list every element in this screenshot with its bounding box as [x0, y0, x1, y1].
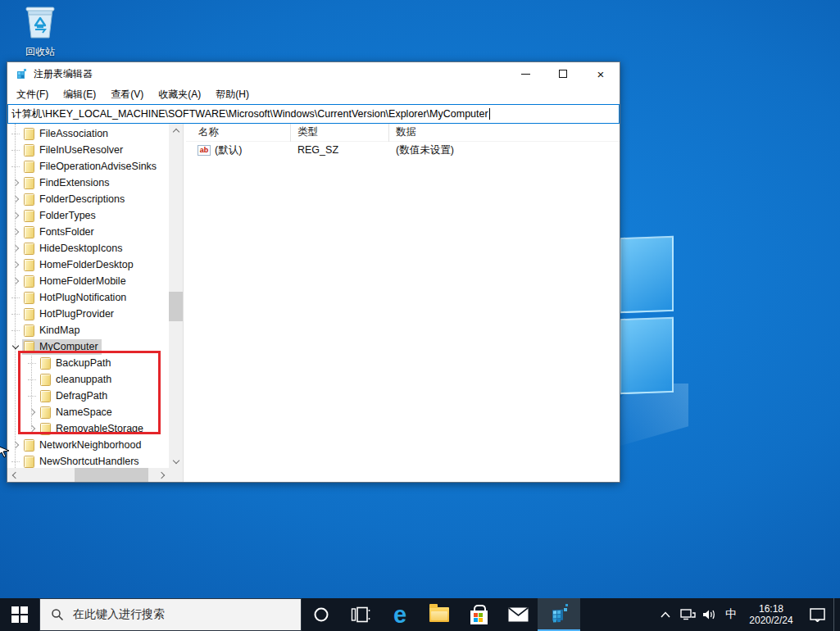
- horizontal-scroll-thumb[interactable]: [75, 468, 148, 482]
- chevron-right-icon[interactable]: [9, 175, 22, 191]
- tree-item-FileAssociation[interactable]: FileAssociation: [7, 125, 169, 142]
- tree-item-HotPlugProvider[interactable]: HotPlugProvider: [7, 306, 169, 322]
- scroll-up-icon[interactable]: [169, 124, 183, 138]
- mail-taskbar-button[interactable]: [498, 598, 538, 631]
- tree-item-label: FolderTypes: [39, 210, 96, 221]
- scroll-down-icon[interactable]: [169, 454, 183, 468]
- action-center-button[interactable]: [801, 598, 833, 631]
- tree-item-NewShortcutHandlers[interactable]: NewShortcutHandlers: [7, 453, 169, 468]
- search-icon: [51, 608, 64, 621]
- cortana-button[interactable]: [302, 598, 341, 631]
- registry-key-icon: [24, 308, 34, 320]
- menu-item-2[interactable]: 查看(V): [103, 85, 151, 104]
- tree-horizontal-scrollbar[interactable]: [7, 468, 169, 482]
- registry-key-icon: [24, 259, 34, 271]
- registry-key-icon: [24, 144, 34, 157]
- show-hidden-icons-button[interactable]: [654, 598, 677, 631]
- tree-item-content: KindMap: [22, 323, 83, 338]
- tree-item-NameSpace[interactable]: NameSpace: [7, 404, 169, 420]
- tree-item-label: RemovableStorage: [56, 423, 143, 434]
- store-taskbar-button[interactable]: [459, 598, 498, 631]
- tree-item-FolderDescriptions[interactable]: FolderDescriptions: [7, 191, 169, 207]
- ime-indicator[interactable]: 中: [720, 598, 742, 631]
- network-tray-button[interactable]: [677, 598, 699, 631]
- menu-item-0[interactable]: 文件(F): [9, 85, 56, 104]
- chevron-right-icon[interactable]: [9, 207, 22, 224]
- tree-item-content: FindExtensions: [22, 175, 112, 191]
- taskbar-search-box[interactable]: 在此键入进行搜索: [39, 598, 302, 631]
- registry-key-icon: [40, 406, 51, 419]
- scroll-right-icon[interactable]: [155, 468, 169, 482]
- start-button[interactable]: [0, 598, 39, 631]
- chevron-right-icon[interactable]: [9, 273, 22, 289]
- registry-key-icon: [24, 439, 34, 452]
- tree-item-HomeFolderMobile[interactable]: HomeFolderMobile: [7, 273, 169, 289]
- chevron-right-icon[interactable]: [9, 256, 22, 273]
- tree-item-content: HomeFolderMobile: [22, 274, 129, 289]
- value-row[interactable]: ab(默认)REG_SZ(数值未设置): [186, 142, 620, 158]
- tree-item-DefragPath[interactable]: DefragPath: [7, 388, 169, 404]
- chevron-right-icon[interactable]: [9, 191, 22, 207]
- tree-item-cleanuppath[interactable]: cleanuppath: [7, 371, 169, 388]
- tree-item-content: FolderDescriptions: [22, 192, 128, 207]
- menu-item-1[interactable]: 编辑(E): [56, 85, 103, 104]
- maximize-icon: [559, 70, 567, 78]
- task-view-button[interactable]: [341, 598, 380, 631]
- tree-item-RemovableStorage[interactable]: RemovableStorage: [7, 420, 169, 437]
- volume-tray-button[interactable]: [699, 598, 720, 631]
- vertical-scroll-thumb[interactable]: [169, 292, 183, 321]
- tree-item-HomeFolderDesktop[interactable]: HomeFolderDesktop: [7, 256, 169, 273]
- registry-key-icon: [24, 292, 34, 304]
- scroll-left-icon[interactable]: [7, 468, 21, 482]
- tree-item-label: NetworkNeighborhood: [39, 439, 141, 451]
- registry-editor-window: 注册表编辑器 × 文件(F)编辑(E)查看(V)收藏夹(A)帮助(H) 计算机\…: [7, 61, 620, 483]
- file-explorer-taskbar-button[interactable]: [420, 598, 459, 631]
- minimize-button[interactable]: [506, 62, 544, 85]
- tree-item-content: RemovableStorage: [39, 421, 147, 437]
- chevron-right-icon[interactable]: [25, 420, 39, 437]
- chevron-right-icon[interactable]: [25, 404, 39, 420]
- title-bar[interactable]: 注册表编辑器 ×: [7, 62, 620, 85]
- clock-time: 16:18: [759, 603, 783, 615]
- tree-item-FontsFolder[interactable]: FontsFolder: [7, 224, 169, 240]
- tree-item-FileInUseResolver[interactable]: FileInUseResolver: [7, 142, 169, 158]
- registry-key-icon: [24, 341, 34, 353]
- tree-item-label: FileInUseResolver: [39, 144, 123, 156]
- mail-icon: [508, 607, 529, 622]
- windows-logo-pane-top: [620, 236, 674, 313]
- edge-taskbar-button[interactable]: e: [380, 598, 420, 631]
- tree-item-label: HideDesktopIcons: [39, 243, 122, 254]
- tree-vertical-scrollbar[interactable]: [169, 124, 183, 468]
- menu-item-3[interactable]: 收藏夹(A): [151, 85, 208, 104]
- registry-key-icon: [24, 243, 34, 255]
- column-header-1[interactable]: 类型: [291, 124, 389, 142]
- tree-item-content: FontsFolder: [22, 225, 98, 240]
- tree-item-KindMap[interactable]: KindMap: [7, 322, 169, 338]
- maximize-button[interactable]: [544, 62, 582, 85]
- tree-item-MyComputer[interactable]: MyComputer: [7, 338, 169, 355]
- close-button[interactable]: ×: [582, 62, 620, 85]
- column-header-0[interactable]: 名称: [186, 124, 291, 142]
- tree-item-FindExtensions[interactable]: FindExtensions: [7, 175, 169, 191]
- tree-item-HotPlugNotification[interactable]: HotPlugNotification: [7, 289, 169, 306]
- recycle-bin-shortcut[interactable]: 回收站: [8, 2, 72, 59]
- tree-item-NetworkNeighborhood[interactable]: NetworkNeighborhood: [7, 437, 169, 453]
- tree-item-BackupPath[interactable]: BackupPath: [7, 355, 169, 371]
- chevron-right-icon[interactable]: [9, 224, 22, 240]
- window-body: FileAssociationFileInUseResolverFileOper…: [7, 124, 620, 482]
- tree-item-HideDesktopIcons[interactable]: HideDesktopIcons: [7, 240, 169, 256]
- tree-item-FolderTypes[interactable]: FolderTypes: [7, 207, 169, 224]
- address-bar[interactable]: 计算机\HKEY_LOCAL_MACHINE\SOFTWARE\Microsof…: [7, 104, 620, 124]
- registry-key-icon: [40, 423, 51, 435]
- regedit-app-icon: [15, 67, 28, 80]
- tree-item-FileOperationAdviseSinks[interactable]: FileOperationAdviseSinks: [7, 158, 169, 175]
- chevron-right-icon[interactable]: [9, 240, 22, 256]
- tree-item-label: HotPlugProvider: [39, 308, 114, 320]
- regedit-taskbar-button[interactable]: [538, 598, 580, 631]
- chevron-down-icon[interactable]: [9, 338, 22, 355]
- taskbar-clock[interactable]: 16:18 2020/2/24: [742, 598, 801, 631]
- menu-item-4[interactable]: 帮助(H): [208, 85, 257, 104]
- show-desktop-button[interactable]: [833, 598, 840, 631]
- edge-icon: e: [393, 603, 406, 627]
- column-header-2[interactable]: 数据: [389, 124, 620, 142]
